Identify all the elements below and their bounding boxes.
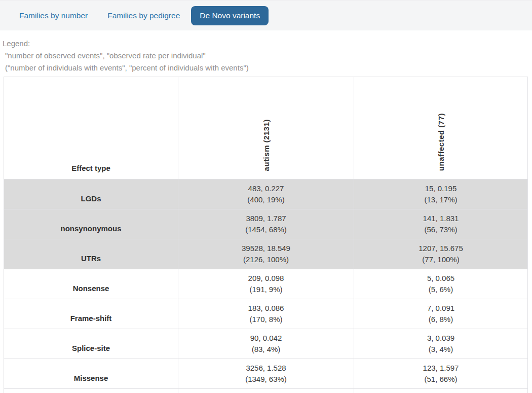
events-line: 5, 0.065 [354,273,527,284]
individuals-line: (5, 6%) [354,284,527,295]
cell-autism: 183, 0.086 (170, 8%) [178,299,354,329]
column-header-effect-type: Effect type [4,77,178,180]
events-line: 483, 0.227 [178,183,354,194]
cell-unaffected: 123, 1.597 (51, 66%) [354,359,528,389]
effect-type-label: Effect type [71,164,110,172]
tab-de-novo-variants[interactable]: De Novo variants [191,6,269,25]
individuals-line: (51, 66%) [354,374,527,385]
individuals-line: (170, 8%) [178,314,354,325]
row-label [4,389,178,393]
individuals-line: (191, 9%) [178,284,354,295]
unaffected-column-label: unaffected (77) [437,113,445,171]
row-label: LGDs [4,180,178,209]
events-line: 15, 0.195 [354,183,527,194]
table-header-row: Effect type autism (2131) unaffected (77… [4,77,528,180]
row-label: Frame-shift [4,299,178,329]
tab-bar: Families by number Families by pedigree … [0,0,532,30]
de-novo-variants-table: Effect type autism (2131) unaffected (77… [4,77,528,393]
individuals-line: (56, 73%) [354,224,527,235]
tab-families-by-number[interactable]: Families by number [11,6,96,25]
legend-line-2: ("number of individuals with events", "p… [3,62,532,74]
individuals-line: (1349, 63%) [178,374,354,385]
events-line: 90, 0.042 [178,333,354,344]
cell-unaffected: 15, 0.195 (13, 17%) [354,180,528,209]
autism-column-label: autism (2131) [262,119,270,171]
events-line: 141, 1.831 [354,213,527,224]
cell-unaffected: 1207, 15.675 (77, 100%) [354,239,528,269]
table-row-cutoff [4,389,528,393]
individuals-line: (77, 100%) [354,254,527,265]
individuals-line: (400, 19%) [178,194,354,205]
cell-autism: 209, 0.098 (191, 9%) [178,269,354,299]
row-label: Nonsense [4,269,178,299]
cell-unaffected: 3, 0.039 (3, 4%) [354,329,528,359]
events-line: 123, 1.597 [354,363,527,374]
individuals-line: (6, 8%) [354,314,527,325]
table-row-splice-site: Splice-site 90, 0.042 (83, 4%) 3, 0.039 … [4,329,528,359]
events-line: 209, 0.098 [178,273,354,284]
legend: Legend: "number of observed events", "ob… [3,38,532,74]
table-row-nonsynonymous: nonsynonymous 3809, 1.787 (1454, 68%) 14… [4,209,528,239]
cell-unaffected: 141, 1.831 (56, 73%) [354,209,528,239]
individuals-line: (83, 4%) [178,344,354,355]
cell-unaffected [354,389,528,393]
cell-autism: 3809, 1.787 (1454, 68%) [178,209,354,239]
table-row-lgds: LGDs 483, 0.227 (400, 19%) 15, 0.195 (13… [4,180,528,209]
legend-title: Legend: [3,38,532,50]
individuals-line: (2126, 100%) [178,254,354,265]
events-line: 39528, 18.549 [178,243,354,254]
cell-autism [178,389,354,393]
events-line: 3, 0.039 [354,333,527,344]
row-label: UTRs [4,239,178,269]
cell-unaffected: 7, 0.091 (6, 8%) [354,299,528,329]
events-line: 3256, 1.528 [178,363,354,374]
cell-unaffected: 5, 0.065 (5, 6%) [354,269,528,299]
individuals-line: (1454, 68%) [178,224,354,235]
cell-autism: 3256, 1.528 (1349, 63%) [178,359,354,389]
events-line: 3809, 1.787 [178,213,354,224]
individuals-line: (13, 17%) [354,194,527,205]
table-row-frame-shift: Frame-shift 183, 0.086 (170, 8%) 7, 0.09… [4,299,528,329]
column-header-autism: autism (2131) [178,77,354,180]
legend-line-1: "number of observed events", "observed r… [3,50,532,62]
tab-families-by-pedigree[interactable]: Families by pedigree [99,6,188,25]
events-line: 183, 0.086 [178,303,354,314]
table-row-nonsense: Nonsense 209, 0.098 (191, 9%) 5, 0.065 (… [4,269,528,299]
cell-autism: 483, 0.227 (400, 19%) [178,180,354,209]
row-label: Missense [4,359,178,389]
row-label: Splice-site [4,329,178,359]
cell-autism: 39528, 18.549 (2126, 100%) [178,239,354,269]
column-header-unaffected: unaffected (77) [354,77,528,180]
events-line: 7, 0.091 [354,303,527,314]
table-row-utrs: UTRs 39528, 18.549 (2126, 100%) 1207, 15… [4,239,528,269]
table-row-missense: Missense 3256, 1.528 (1349, 63%) 123, 1.… [4,359,528,389]
individuals-line: (3, 4%) [354,344,527,355]
events-line: 1207, 15.675 [354,243,527,254]
row-label: nonsynonymous [4,209,178,239]
cell-autism: 90, 0.042 (83, 4%) [178,329,354,359]
